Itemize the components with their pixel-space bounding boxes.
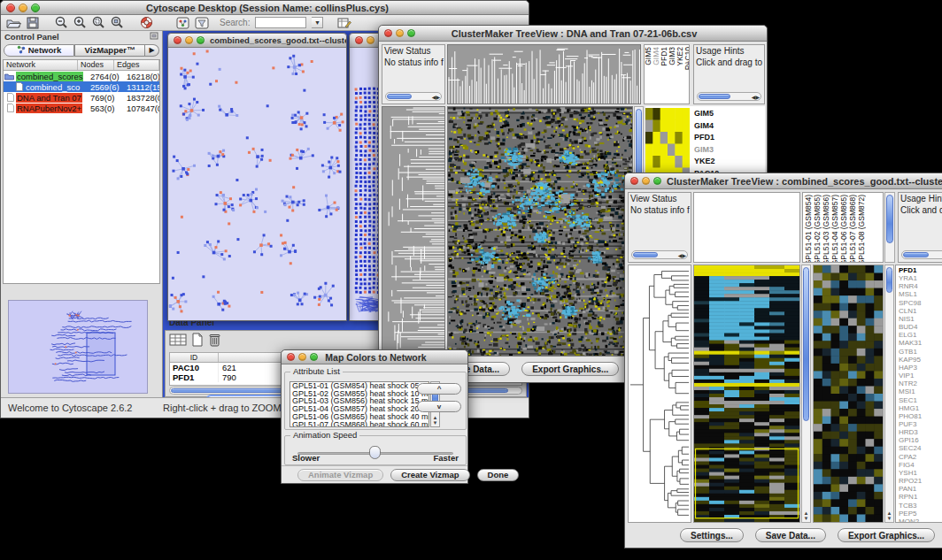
row-label[interactable]: MSI1 [899, 387, 942, 395]
column-label[interactable]: GIM4 [652, 47, 660, 65]
vertical-scrollbar[interactable]: ▲▼ [884, 265, 894, 523]
search-dropdown-button[interactable]: ▼ [312, 17, 323, 28]
slider-thumb[interactable] [369, 446, 381, 459]
attribute-list-item[interactable]: GPL51-03 (GSM856) heat shock 15 min [290, 397, 429, 405]
open-folder-icon[interactable] [6, 17, 21, 29]
column-header[interactable]: ID [170, 353, 219, 362]
filter-icon[interactable] [195, 17, 209, 29]
row-label[interactable]: GTB1 [899, 348, 942, 356]
settings-button[interactable]: Settings... [680, 528, 744, 542]
row-label[interactable]: NIS1 [899, 315, 942, 323]
save-icon[interactable] [27, 17, 39, 29]
network-table-row[interactable]: combined_scores2764(0)16218(0) [4, 71, 159, 81]
column-label[interactable]: PAC10 [684, 47, 690, 70]
scrollbar-thumb[interactable] [699, 94, 730, 99]
attribute-list-item[interactable]: GPL51-01 (GSM854) heat shock 05 min [290, 382, 429, 390]
column-label[interactable]: GPL51-03 (GSM856) [822, 195, 830, 263]
column-label[interactable]: PFD1 [660, 47, 668, 66]
new-document-icon[interactable] [190, 333, 205, 350]
scroll-arrows[interactable]: ▲▼ [885, 510, 893, 521]
help-lifesaver-icon[interactable] [140, 16, 153, 29]
vizmapper-icon[interactable] [176, 17, 189, 29]
column-header[interactable]: Edges [114, 60, 159, 70]
create-vizmap-button[interactable]: Create Vizmap [390, 469, 469, 481]
column-dendrogram-area[interactable] [693, 192, 800, 263]
row-label[interactable]: RNR4 [899, 282, 942, 290]
scrollbar-thumb[interactable] [886, 267, 892, 293]
minimize-button[interactable] [367, 36, 374, 44]
row-label[interactable]: PFD1 [694, 132, 719, 144]
scroll-arrows[interactable]: ▲▼ [802, 510, 810, 521]
network-overview-thumbnail[interactable] [8, 300, 148, 394]
scrollbar-thumb[interactable] [633, 252, 658, 257]
network-window-titlebar[interactable]: combined_scores_good.txt--cluste... [168, 34, 346, 48]
row-label[interactable]: SEC1 [899, 396, 942, 404]
close-button[interactable] [630, 177, 638, 185]
scroll-arrows[interactable]: ▲▼ [431, 415, 439, 426]
zoom-window-button[interactable] [653, 177, 661, 185]
treeview-dna-titlebar[interactable]: ClusterMaker TreeView : DNA and Tran 07-… [379, 26, 767, 42]
column-header[interactable]: Nodes [78, 60, 114, 70]
row-label[interactable]: HAP3 [899, 364, 942, 372]
tab-network[interactable]: Network [4, 44, 74, 57]
scrollbar-thumb[interactable] [803, 267, 809, 421]
minimize-button[interactable] [298, 353, 306, 361]
row-label[interactable]: FIG4 [899, 461, 942, 469]
row-label[interactable]: VIP1 [899, 372, 942, 380]
column-label[interactable]: GPL51-01 (GSM854) [805, 195, 812, 263]
dialog-titlebar[interactable]: Map Colors to Network [282, 350, 467, 364]
horizontal-scrollbar[interactable]: ◀▶ [901, 250, 942, 259]
column-label[interactable]: GIM5 [645, 47, 652, 65]
row-label[interactable]: SEC24 [899, 444, 942, 452]
row-label[interactable]: PAN1 [899, 485, 942, 493]
attribute-listbox[interactable]: GPL51-01 (GSM854) heat shock 05 minGPL51… [290, 381, 429, 427]
minimize-button[interactable] [642, 177, 650, 185]
zoom-heatmap[interactable] [645, 108, 690, 180]
row-label[interactable]: GIM5 [694, 108, 719, 120]
row-label[interactable]: HMG1 [899, 404, 942, 412]
tab-overflow-button[interactable]: ▶ [145, 44, 159, 57]
network-table-row[interactable]: RNAPuberNov2+563(0)107847(0) [4, 103, 159, 113]
attribute-list-item[interactable]: GPL51-07 (GSM868) heat shock 60 min [290, 421, 429, 427]
vertical-scrollbar[interactable]: ▲▼ [801, 265, 811, 523]
row-label[interactable]: CPA2 [899, 453, 942, 461]
horizontal-scrollbar[interactable]: ◀▶ [385, 92, 442, 101]
vertical-scrollbar[interactable] [884, 192, 895, 263]
row-label[interactable]: TCB3 [899, 502, 942, 510]
attribute-list-item[interactable]: GPL51-02 (GSM855) heat shock 10 min [290, 390, 429, 398]
row-label[interactable]: ELG1 [899, 331, 942, 339]
row-label[interactable]: HRD3 [899, 428, 942, 436]
save-data-button[interactable]: Save Data... [755, 528, 826, 542]
row-label[interactable]: CLN1 [899, 307, 942, 315]
scroll-arrows[interactable]: ◀▶ [678, 252, 686, 258]
float-panel-icon[interactable] [150, 32, 158, 42]
attribute-editor-icon[interactable] [337, 17, 351, 29]
row-label[interactable]: PFD1 [899, 266, 942, 274]
zoom-fit-icon[interactable] [111, 16, 124, 29]
global-heatmap[interactable] [447, 106, 633, 357]
row-label[interactable]: PHO81 [899, 412, 942, 420]
scrollbar-thumb[interactable] [903, 252, 929, 257]
scroll-arrows[interactable]: ◀▶ [432, 94, 440, 100]
column-label[interactable]: GPL51-08 (GSM872) [858, 195, 865, 263]
column-dendrogram[interactable] [447, 44, 641, 104]
move-up-button[interactable]: ^ [417, 383, 461, 395]
column-label[interactable]: GPL51-07 (GSM868) [849, 195, 856, 263]
minimize-button[interactable] [396, 29, 404, 37]
zoom-heatmap[interactable] [813, 265, 884, 523]
row-label[interactable]: YRA1 [899, 274, 942, 282]
row-label[interactable]: RPO21 [899, 477, 942, 485]
attribute-list-item[interactable]: GPL51-06 (GSM865) heat shock 40 min [290, 413, 429, 421]
column-header[interactable]: Network [4, 60, 78, 70]
search-input[interactable] [255, 17, 306, 28]
row-label[interactable]: GIM3 [694, 144, 719, 157]
global-heatmap[interactable] [693, 265, 800, 523]
close-button[interactable] [384, 29, 392, 37]
close-button[interactable] [174, 36, 181, 44]
network-table-row[interactable]: DNA and Tran 07769(0)183728(0) [4, 92, 159, 103]
treeview-combined-titlebar[interactable]: ClusterMaker TreeView : combined_scores_… [625, 173, 942, 189]
table-grid-icon[interactable] [169, 333, 187, 350]
network-canvas[interactable] [168, 49, 346, 320]
attribute-list-item[interactable]: GPL51-04 (GSM857) heat shock 20 min [290, 405, 429, 413]
main-titlebar[interactable]: Cytoscape Desktop (Session Name: collins… [1, 1, 529, 15]
